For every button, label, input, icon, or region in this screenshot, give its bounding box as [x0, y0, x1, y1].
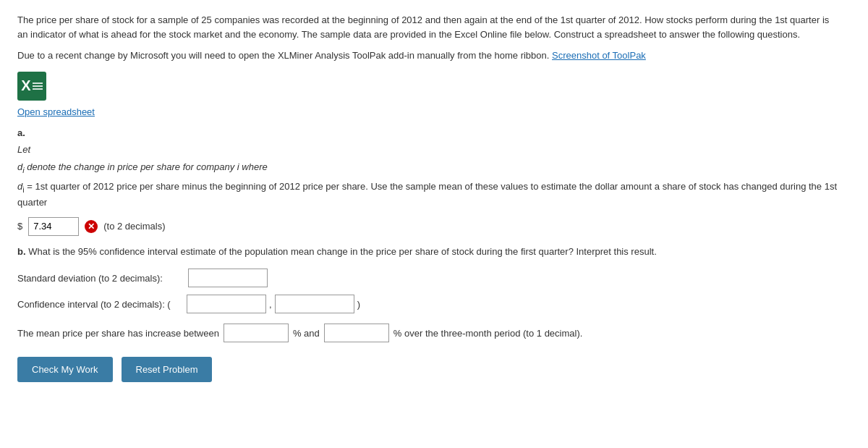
mean-suffix: % over the three-month period (to 1 deci… [393, 328, 583, 339]
section-a: a. Let di denote the change in price per… [17, 127, 851, 236]
error-icon[interactable]: ✕ [85, 220, 98, 233]
answer-input[interactable] [28, 217, 79, 236]
excel-lines [33, 83, 43, 90]
ci-label: Confidence interval (to 2 decimals): ( [17, 299, 184, 310]
section-a-line1: Let [17, 143, 851, 158]
section-a-line3: di = 1st quarter of 2012 price per share… [17, 179, 851, 209]
section-b-text: b. What is the 95% confidence interval e… [17, 245, 813, 259]
reset-problem-button[interactable]: Reset Problem [122, 357, 213, 382]
excel-x-letter: X [21, 77, 30, 94]
mean-prefix: The mean price per share has increase be… [17, 328, 219, 339]
excel-line-3 [33, 88, 43, 90]
intro-paragraph: The price per share of stock for a sampl… [17, 13, 842, 41]
dollar-label: $ [17, 221, 22, 232]
mean-pct1-input[interactable] [224, 324, 289, 342]
excel-line-1 [33, 83, 43, 84]
buttons-row: Check My Work Reset Problem [17, 357, 851, 382]
excel-line-2 [33, 85, 43, 87]
open-spreadsheet-link[interactable]: Open spreadsheet [17, 106, 851, 117]
section-a-eq-text: = 1st quarter of 2012 price per share mi… [17, 181, 837, 208]
ci-upper-input[interactable] [275, 295, 354, 313]
section-b-desc-text: What is the 95% confidence interval esti… [28, 246, 657, 257]
toolpak-note-text: Due to a recent change by Microsoft you … [17, 50, 549, 61]
mean-row: The mean price per share has increase be… [17, 324, 851, 342]
decimals-label: (to 2 decimals) [103, 221, 165, 232]
section-a-label: a. [17, 127, 851, 138]
ci-comma: , [269, 299, 272, 310]
section-a-line2: di denote the change in price per share … [17, 160, 851, 177]
ci-row: Confidence interval (to 2 decimals): ( ,… [17, 295, 851, 313]
section-a-line2-rest: denote the change in price per share for… [25, 161, 268, 172]
std-dev-row: Standard deviation (to 2 decimals): [17, 269, 851, 287]
toolpak-link[interactable]: Screenshot of ToolPak [552, 50, 646, 61]
section-b: b. What is the 95% confidence interval e… [17, 245, 851, 343]
ci-close-paren: ) [357, 299, 360, 310]
mean-pct2-input[interactable] [324, 324, 389, 342]
check-work-button[interactable]: Check My Work [17, 357, 113, 382]
std-dev-input[interactable] [188, 269, 268, 287]
section-b-label: b. [17, 246, 26, 257]
mean-and: % and [293, 328, 320, 339]
answer-row: $ ✕ (to 2 decimals) [17, 217, 851, 236]
ci-lower-input[interactable] [187, 295, 266, 313]
excel-icon-wrapper: X [17, 72, 46, 101]
toolpak-note: Due to a recent change by Microsoft you … [17, 48, 851, 63]
std-dev-label: Standard deviation (to 2 decimals): [17, 273, 184, 284]
excel-icon: X [17, 72, 46, 101]
